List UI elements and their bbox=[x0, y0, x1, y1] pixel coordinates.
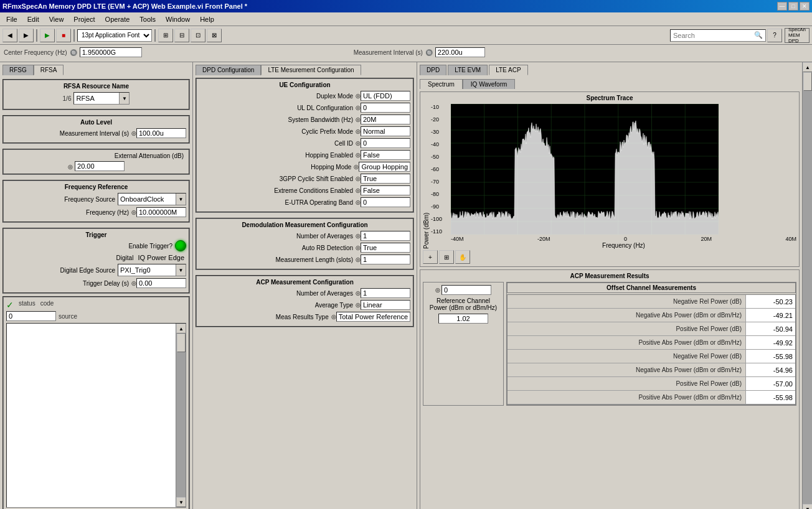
ue-value-3[interactable]: Normal bbox=[361, 126, 410, 136]
config-tabs[interactable]: DPD Configuration LTE Mesurement Configu… bbox=[196, 65, 414, 75]
enable-trigger-row: Enable Trigger? bbox=[6, 240, 186, 251]
freq-field[interactable]: 10.000000M bbox=[136, 207, 186, 217]
minimize-btn[interactable]: — bbox=[777, 2, 787, 11]
y-val-7: -80 bbox=[431, 191, 450, 197]
center-panel: DPD Configuration LTE Mesurement Configu… bbox=[193, 62, 417, 509]
stop-btn[interactable]: ■ bbox=[56, 29, 71, 42]
font-select[interactable]: 13pt Application Font bbox=[77, 29, 152, 42]
scroll-thumb[interactable] bbox=[177, 334, 186, 352]
ue-field-0: Duplex Mode ◎ UL (FDD) bbox=[199, 91, 410, 101]
tab-dpd[interactable]: DPD Configuration bbox=[196, 65, 261, 75]
freq-source-dropdown[interactable]: OnboardClock ▼ bbox=[118, 193, 186, 205]
ue-spin-3: ◎ bbox=[356, 128, 361, 134]
main-scroll-up[interactable]: ▲ bbox=[803, 62, 812, 72]
ext-attn-section: External Attenuation (dB) ◎ 20.00 bbox=[2, 149, 190, 175]
ue-value-9[interactable]: 0 bbox=[361, 197, 410, 207]
digital-edge-dropdown[interactable]: PXI_Trig0 ▼ bbox=[118, 264, 186, 276]
main-scrollbar[interactable]: ▲ ▼ bbox=[802, 62, 812, 509]
resize-btn[interactable]: ⊡ bbox=[191, 29, 205, 42]
menu-view[interactable]: View bbox=[45, 14, 68, 24]
menu-project[interactable]: Project bbox=[70, 14, 98, 24]
ue-value-6[interactable]: Group Hopping bbox=[359, 162, 410, 172]
chart-fit-btn[interactable]: ⊞ bbox=[439, 250, 454, 264]
chart-toolbar[interactable]: + ⊞ ✋ bbox=[423, 250, 796, 264]
sub-tabs[interactable]: Spectrum IQ Waveform bbox=[420, 79, 800, 89]
menu-file[interactable]: File bbox=[2, 14, 21, 24]
ue-value-4[interactable]: 0 bbox=[361, 138, 410, 148]
menu-edit[interactable]: Edit bbox=[24, 14, 43, 24]
digital-edge-arrow[interactable]: ▼ bbox=[176, 264, 186, 276]
ref-channel-num[interactable]: 0 bbox=[441, 285, 491, 295]
ue-value-2[interactable]: 20M bbox=[361, 114, 410, 124]
align-btn[interactable]: ⊞ bbox=[158, 29, 173, 42]
ref-num-row: ◎ 0 bbox=[435, 285, 491, 295]
ue-value-8[interactable]: False bbox=[361, 185, 410, 195]
meas-interval-field[interactable]: 100.00u bbox=[136, 128, 186, 138]
meas-interval-value[interactable]: 220.00u bbox=[435, 47, 485, 57]
sub-tab-iq[interactable]: IQ Waveform bbox=[463, 79, 516, 89]
tab-dpd-right[interactable]: DPD bbox=[420, 65, 446, 75]
back-btn[interactable]: ◀ bbox=[2, 29, 17, 42]
window-controls[interactable]: — □ ✕ bbox=[777, 2, 810, 11]
main-scroll-down[interactable]: ▼ bbox=[803, 504, 812, 509]
menu-operate[interactable]: Operate bbox=[102, 14, 134, 24]
spectrum-canvas[interactable] bbox=[451, 104, 719, 235]
run-btn[interactable]: ▶ bbox=[40, 29, 55, 42]
acp-results-title: ACP Measurement Results bbox=[423, 273, 796, 279]
ext-attn-field[interactable]: 20.00 bbox=[75, 161, 125, 171]
demod-field-0: Number of Averages ◎ 1 bbox=[199, 231, 410, 241]
spectrum-title: Spectrum Trace bbox=[423, 95, 796, 101]
demod-value-0[interactable]: 1 bbox=[361, 231, 410, 241]
search-box[interactable]: 🔍 bbox=[670, 29, 766, 42]
chart-pan-btn[interactable]: ✋ bbox=[455, 250, 470, 264]
acp-label-7: Positive Abs Power (dBm or dBm/Hz) bbox=[507, 394, 745, 401]
chart-zoom-btn[interactable]: + bbox=[423, 250, 438, 264]
ue-value-5[interactable]: False bbox=[361, 150, 410, 160]
tab-rfsa[interactable]: RFSA bbox=[34, 65, 64, 75]
scroll-down-btn[interactable]: ▼ bbox=[176, 497, 186, 507]
tab-rfsg[interactable]: RFSG bbox=[2, 65, 34, 75]
menu-help[interactable]: Help bbox=[196, 14, 218, 24]
help-btn[interactable]: ? bbox=[767, 29, 782, 42]
rfsa-dropdown-arrow[interactable]: ▼ bbox=[119, 93, 129, 104]
main-right-tabs[interactable]: DPD LTE EVM LTE ACP bbox=[420, 65, 800, 75]
acp-value-0[interactable]: 1 bbox=[361, 288, 410, 298]
rfsa-resource-dropdown[interactable]: RFSA ▼ bbox=[73, 92, 130, 105]
maximize-btn[interactable]: □ bbox=[788, 2, 798, 11]
trigger-delay-row: Trigger Delay (s) ◎ 0.00 bbox=[6, 278, 186, 288]
ue-value-1[interactable]: 0 bbox=[361, 103, 410, 113]
close-btn[interactable]: ✕ bbox=[800, 2, 810, 11]
demod-section: Demodulation Measurement Configuration N… bbox=[196, 218, 414, 270]
menu-window[interactable]: Window bbox=[162, 14, 194, 24]
log-scrollbar[interactable]: ▲ ▼ bbox=[176, 324, 186, 507]
forward-btn[interactable]: ▶ bbox=[19, 29, 34, 42]
ue-value-0[interactable]: UL (FDD) bbox=[361, 91, 410, 101]
ue-label-4: Cell ID bbox=[199, 140, 356, 147]
scroll-up-btn[interactable]: ▲ bbox=[176, 324, 186, 334]
search-input[interactable] bbox=[673, 32, 754, 39]
trigger-led[interactable] bbox=[175, 240, 186, 251]
menu-tools[interactable]: Tools bbox=[136, 14, 159, 24]
tab-lte-config[interactable]: LTE Mesurement Configuration bbox=[261, 65, 361, 75]
mi-spin: ◎ bbox=[131, 130, 136, 136]
dist-btn[interactable]: ⊟ bbox=[174, 29, 189, 42]
demod-value-2[interactable]: 1 bbox=[361, 254, 410, 264]
trigger-delay-field[interactable]: 0.00 bbox=[136, 278, 186, 288]
tab-lte-acp-right[interactable]: LTE ACP bbox=[489, 65, 527, 75]
freq-source-arrow[interactable]: ▼ bbox=[176, 194, 186, 205]
order-btn[interactable]: ⊠ bbox=[207, 29, 222, 42]
rfsg-rfsa-tabs[interactable]: RFSG RFSA bbox=[2, 65, 190, 75]
main-scroll-thumb[interactable] bbox=[803, 72, 812, 91]
tab-lte-evm-right[interactable]: LTE EVM bbox=[448, 65, 488, 75]
sep3 bbox=[154, 29, 156, 42]
sub-tab-spectrum[interactable]: Spectrum bbox=[420, 79, 463, 89]
digital-field: IQ Power Edge bbox=[136, 253, 186, 262]
acp-value-2[interactable]: Total Power Reference bbox=[336, 312, 410, 322]
acp-row-7: Positive Abs Power (dBm or dBm/Hz) -55.9… bbox=[507, 391, 795, 404]
ref-channel-value[interactable]: 1.02 bbox=[438, 314, 488, 324]
demod-value-1[interactable]: True bbox=[361, 243, 410, 253]
center-freq-value[interactable]: 1.950000G bbox=[80, 47, 142, 57]
toolbar: ◀ ▶ ▶ ■ 13pt Application Font ⊞ ⊟ ⊡ ⊠ 🔍 … bbox=[0, 26, 812, 45]
acp-value-1[interactable]: Linear bbox=[361, 300, 410, 310]
ue-value-7[interactable]: True bbox=[361, 174, 410, 184]
